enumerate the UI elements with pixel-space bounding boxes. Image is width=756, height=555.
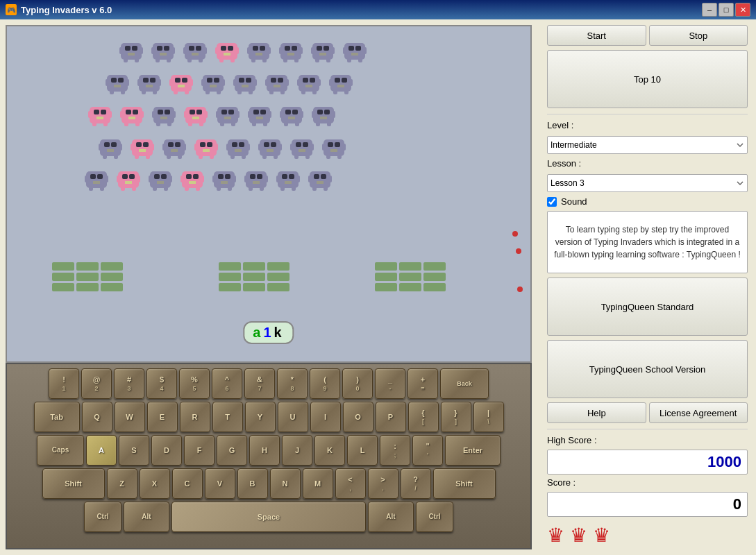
key-o[interactable]: O: [343, 402, 373, 432]
key-n[interactable]: N: [270, 468, 301, 499]
svg-rect-237: [279, 144, 282, 151]
key-6[interactable]: ^6: [212, 368, 242, 399]
key-period[interactable]: >.: [368, 468, 398, 499]
svg-rect-317: [329, 176, 332, 182]
svg-rect-130: [101, 110, 106, 114]
svg-rect-44: [279, 47, 282, 54]
svg-rect-88: [203, 75, 224, 92]
level-select[interactable]: Intermediate: [547, 136, 748, 154]
license-button[interactable]: License Agreement: [649, 402, 748, 423]
key-j[interactable]: J: [282, 435, 312, 466]
stop-button[interactable]: Stop: [649, 25, 748, 46]
svg-rect-136: [121, 107, 142, 123]
key-p[interactable]: P: [376, 402, 406, 432]
svg-rect-203: [139, 149, 146, 152]
key-g[interactable]: G: [217, 435, 247, 466]
key-caps[interactable]: Caps: [37, 435, 84, 466]
svg-rect-272: [150, 171, 171, 188]
key-x[interactable]: X: [140, 468, 170, 499]
key-bracket-open[interactable]: {[: [408, 402, 439, 432]
key-row-numbers: !1 @2 #3 $4 %5 ^6 &7 *8 (9 )0 _- += Back: [11, 368, 526, 399]
key-semicolon[interactable]: :;: [380, 435, 410, 466]
svg-rect-289: [218, 174, 224, 179]
key-2[interactable]: @2: [81, 368, 112, 399]
key-comma[interactable]: <,: [335, 468, 366, 499]
word-display: a1k: [243, 321, 294, 344]
key-8[interactable]: *8: [277, 368, 308, 399]
key-row-asdf: Caps A S D F G H J K L :; "' Enter: [11, 435, 526, 466]
key-c[interactable]: C: [172, 468, 203, 499]
key-backspace[interactable]: Back: [440, 368, 489, 399]
minimize-button[interactable]: –: [702, 3, 717, 17]
key-m[interactable]: M: [303, 468, 333, 499]
svg-rect-206: [135, 155, 139, 159]
key-3[interactable]: #3: [114, 368, 144, 399]
key-minus[interactable]: _-: [375, 368, 405, 399]
invader-pink: [183, 103, 209, 129]
key-f[interactable]: F: [184, 435, 215, 466]
top10-button[interactable]: Top 10: [547, 50, 748, 108]
key-equals[interactable]: +=: [408, 368, 438, 399]
svg-rect-159: [199, 122, 203, 126]
key-i[interactable]: I: [310, 402, 341, 432]
key-shift-right[interactable]: Shift: [433, 468, 496, 499]
current-letter: 1: [263, 325, 274, 340]
key-quote[interactable]: "': [412, 435, 443, 466]
key-d[interactable]: D: [151, 435, 182, 466]
key-4[interactable]: $4: [146, 368, 177, 399]
svg-rect-220: [194, 144, 197, 151]
key-r[interactable]: R: [180, 402, 210, 432]
key-e[interactable]: E: [147, 402, 178, 432]
key-v[interactable]: V: [205, 468, 235, 499]
key-tab[interactable]: Tab: [34, 402, 80, 432]
key-bracket-close[interactable]: }]: [441, 402, 471, 432]
svg-rect-116: [297, 79, 300, 86]
sound-checkbox[interactable]: [547, 197, 557, 207]
svg-rect-241: [296, 142, 301, 147]
key-a[interactable]: A: [86, 435, 117, 466]
svg-rect-158: [188, 122, 192, 126]
key-5[interactable]: %5: [179, 368, 210, 399]
key-ctrl-right[interactable]: Ctrl: [416, 502, 453, 532]
key-q[interactable]: Q: [82, 402, 112, 432]
key-9[interactable]: (9: [310, 368, 340, 399]
svg-rect-169: [253, 110, 259, 114]
key-enter[interactable]: Enter: [445, 435, 501, 466]
key-u[interactable]: U: [278, 402, 308, 432]
key-w[interactable]: W: [115, 402, 145, 432]
key-s[interactable]: S: [119, 435, 149, 466]
key-0[interactable]: )0: [342, 368, 373, 399]
start-button[interactable]: Start: [547, 25, 646, 46]
typingqueen-standard-button[interactable]: TypingQueen Standard: [547, 278, 748, 336]
key-7[interactable]: &7: [244, 368, 275, 399]
key-shift-left[interactable]: Shift: [42, 468, 105, 499]
key-alt-left[interactable]: Alt: [124, 502, 169, 532]
key-alt-right[interactable]: Alt: [368, 502, 414, 532]
key-t[interactable]: T: [212, 402, 243, 432]
key-b[interactable]: B: [237, 468, 268, 499]
svg-rect-210: [175, 142, 180, 147]
key-backslash[interactable]: |\: [473, 402, 504, 432]
key-slash[interactable]: ?/: [401, 468, 431, 499]
help-button[interactable]: Help: [547, 402, 646, 423]
key-ctrl-left[interactable]: Ctrl: [84, 502, 121, 532]
svg-rect-274: [161, 174, 167, 179]
key-y[interactable]: Y: [245, 402, 276, 432]
svg-rect-280: [182, 171, 203, 188]
key-1[interactable]: !1: [49, 368, 79, 399]
svg-rect-109: [286, 79, 289, 86]
svg-rect-137: [126, 110, 131, 114]
key-k[interactable]: K: [314, 435, 345, 466]
svg-rect-287: [196, 187, 200, 191]
svg-rect-99: [242, 85, 249, 87]
maximize-button[interactable]: □: [719, 3, 734, 17]
typingqueen-school-button[interactable]: TypingQueen School Version: [547, 340, 748, 398]
lesson-select[interactable]: Lesson 3: [547, 174, 748, 192]
key-l[interactable]: L: [347, 435, 378, 466]
svg-rect-64: [107, 75, 128, 92]
key-h[interactable]: H: [249, 435, 280, 466]
key-z[interactable]: Z: [107, 468, 137, 499]
svg-rect-204: [131, 144, 133, 151]
close-button[interactable]: ✕: [735, 3, 750, 17]
key-space[interactable]: Space: [171, 502, 366, 532]
